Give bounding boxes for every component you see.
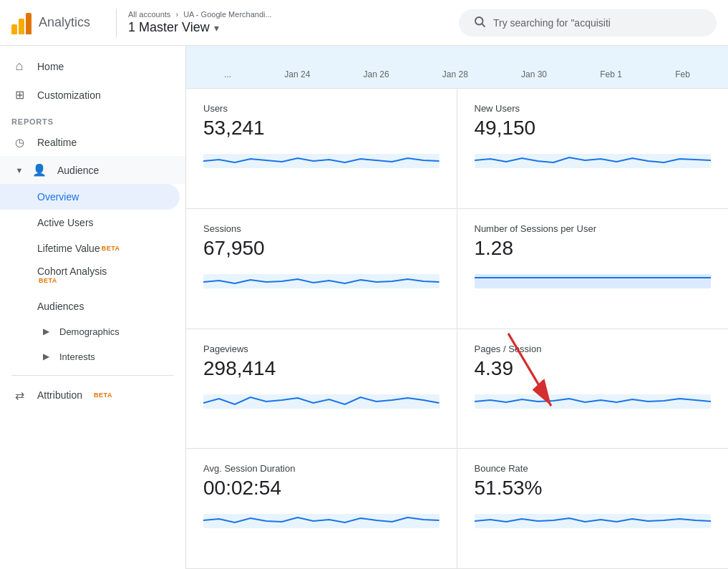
logo-bar-1 [11, 24, 17, 34]
sidebar-cohort-analysis-label: Cohort Analysis [37, 266, 107, 277]
timeline-jan24: Jan 24 [284, 69, 310, 79]
logo-bar-3 [26, 13, 31, 34]
breadcrumb-property[interactable]: UA - Google Merchandi... [183, 10, 272, 19]
sidebar-item-active-users[interactable]: Active Users [0, 210, 185, 235]
view-selector[interactable]: 1 Master View ▾ [128, 20, 272, 35]
timeline-jan30: Jan 30 [521, 69, 547, 79]
metric-value-pageviews: 298,414 [203, 357, 440, 380]
app-header: Analytics All accounts › UA - Google Mer… [0, 0, 728, 46]
chart-timeline: ... Jan 24 Jan 26 Jan 28 Jan 30 Feb 1 Fe… [186, 46, 728, 89]
sparkline-bounce-rate [475, 507, 712, 528]
attribution-beta-badge: BETA [94, 392, 112, 399]
account-navigation: All accounts › UA - Google Merchandi... … [128, 10, 272, 35]
attribution-icon: ⇄ [11, 389, 27, 402]
metric-value-sessions: 67,950 [203, 237, 440, 260]
sidebar-demographics-label: Demographics [59, 326, 120, 337]
metrics-grid: Users 53,241 New Users 49,150 [186, 89, 728, 569]
search-placeholder: Try searching for "acquisiti [493, 17, 611, 29]
sidebar-audience-label: Audience [57, 165, 99, 176]
breadcrumb-accounts[interactable]: All accounts [128, 10, 170, 19]
breadcrumb: All accounts › UA - Google Merchandi... [128, 10, 272, 19]
metric-card-bounce-rate: Bounce Rate 51.53% [457, 449, 729, 569]
app-title: Analytics [39, 15, 90, 30]
sidebar-item-overview[interactable]: Overview [0, 184, 180, 210]
metric-label-new-users: New Users [475, 103, 712, 114]
metric-card-pageviews: Pageviews 298,414 [186, 329, 457, 449]
audience-icon: 👤 [31, 163, 47, 177]
sidebar-item-interests[interactable]: ▶ Interests [0, 344, 185, 369]
cohort-analysis-beta-badge: BETA [39, 277, 57, 284]
metric-value-sessions-per-user: 1.28 [475, 237, 712, 260]
metric-label-sessions: Sessions [203, 223, 440, 234]
lifetime-value-beta-badge: BETA [102, 245, 120, 252]
sidebar-overview-label: Overview [37, 191, 79, 203]
metric-card-new-users: New Users 49,150 [457, 89, 729, 209]
breadcrumb-arrow: › [175, 10, 178, 19]
chevron-down-icon: ▾ [214, 22, 219, 34]
logo-area: Analytics [11, 11, 90, 34]
metric-label-users: Users [203, 103, 440, 114]
metric-value-bounce-rate: 51.53% [475, 477, 712, 500]
sidebar-item-home[interactable]: ⌂ Home [0, 52, 185, 81]
sidebar-item-audience[interactable]: ▼ 👤 Audience [0, 156, 185, 184]
metric-label-avg-session-duration: Avg. Session Duration [203, 463, 440, 474]
sidebar-realtime-label: Realtime [37, 137, 77, 148]
metric-value-avg-session-duration: 00:02:54 [203, 477, 440, 500]
timeline-ellipsis: ... [224, 69, 231, 79]
sparkline-sessions-per-user [475, 267, 712, 288]
sidebar-active-users-label: Active Users [37, 217, 94, 228]
chevron-right-icon-interests: ▶ [43, 351, 49, 361]
reports-section-label: REPORTS [0, 109, 185, 129]
metric-label-pages-session: Pages / Session [475, 344, 712, 354]
sidebar-customization-label: Customization [37, 89, 101, 101]
logo-bar-2 [19, 19, 24, 34]
sidebar-interests-label: Interests [59, 351, 95, 362]
main-layout: ⌂ Home ⊞ Customization REPORTS ◷ Realtim… [0, 46, 728, 569]
sidebar-attribution-label: Attribution [37, 389, 82, 401]
analytics-logo-icon [11, 11, 31, 34]
chevron-right-icon: ▶ [43, 326, 49, 336]
sidebar-audiences-label: Audiences [37, 301, 84, 312]
sparkline-sessions [203, 267, 440, 288]
sidebar-item-cohort-analysis[interactable]: Cohort Analysis BETA [0, 261, 185, 293]
metric-label-sessions-per-user: Number of Sessions per User [475, 223, 712, 234]
sidebar-item-customization[interactable]: ⊞ Customization [0, 81, 185, 109]
customization-icon: ⊞ [11, 88, 27, 102]
timeline-labels: ... Jan 24 Jan 26 Jan 28 Jan 30 Feb 1 Fe… [198, 69, 717, 79]
sparkline-users [203, 147, 440, 168]
search-bar[interactable]: Try searching for "acquisiti [459, 9, 717, 37]
metric-label-pageviews: Pageviews [203, 344, 440, 354]
metric-value-new-users: 49,150 [475, 117, 712, 140]
metric-card-avg-session-duration: Avg. Session Duration 00:02:54 [186, 449, 457, 569]
metric-card-pages-session: Pages / Session 4.39 [457, 329, 729, 449]
sidebar-home-label: Home [37, 61, 64, 72]
metric-label-bounce-rate: Bounce Rate [475, 463, 712, 474]
audience-expand-icon: ▼ [11, 166, 27, 175]
metric-card-users: Users 53,241 [186, 89, 457, 209]
metric-card-sessions: Sessions 67,950 [186, 209, 457, 329]
timeline-jan28: Jan 28 [442, 69, 468, 79]
timeline-feb: Feb [675, 69, 690, 79]
svg-line-1 [482, 24, 485, 26]
sparkline-avg-session-duration [203, 507, 440, 528]
sidebar-item-demographics[interactable]: ▶ Demographics [0, 319, 185, 344]
metric-value-pages-session: 4.39 [475, 357, 712, 380]
sparkline-pageviews [203, 387, 440, 409]
sidebar-item-attribution[interactable]: ⇄ AttributionBETA [0, 381, 185, 409]
sidebar: ⌂ Home ⊞ Customization REPORTS ◷ Realtim… [0, 46, 186, 569]
sparkline-pages-session [475, 387, 712, 409]
sidebar-item-audiences[interactable]: Audiences [0, 293, 185, 319]
timeline-feb1: Feb 1 [600, 69, 622, 79]
sidebar-lifetime-value-label: Lifetime Value [37, 243, 100, 254]
metric-value-users: 53,241 [203, 117, 440, 140]
sidebar-item-lifetime-value[interactable]: Lifetime ValueBETA [0, 235, 185, 261]
home-icon: ⌂ [11, 59, 27, 74]
header-divider [116, 9, 117, 37]
sidebar-item-realtime[interactable]: ◷ Realtime [0, 129, 185, 156]
view-label: 1 Master View [128, 20, 210, 35]
svg-point-0 [475, 17, 483, 25]
sparkline-new-users [475, 147, 712, 168]
timeline-jan26: Jan 26 [364, 69, 389, 79]
main-content: ... Jan 24 Jan 26 Jan 28 Jan 30 Feb 1 Fe… [186, 46, 728, 569]
metric-card-sessions-per-user: Number of Sessions per User 1.28 [457, 209, 729, 329]
